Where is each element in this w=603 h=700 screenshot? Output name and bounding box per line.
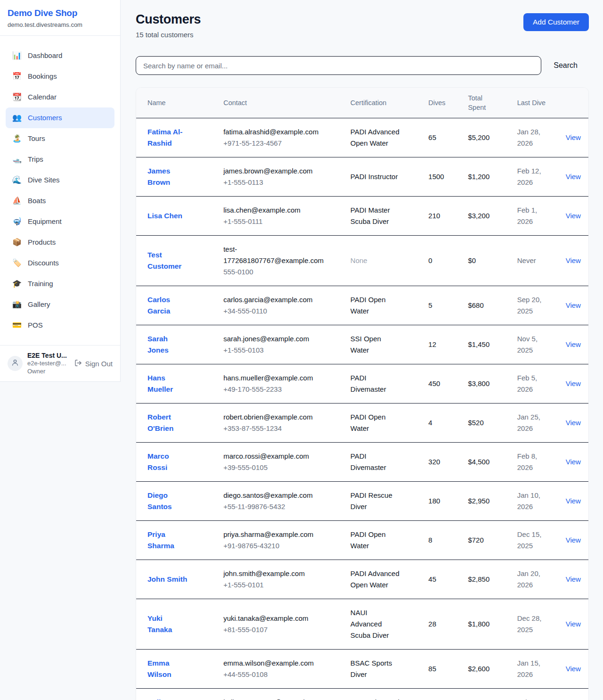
customer-name-link[interactable]: Emma Wilson <box>147 659 171 678</box>
sidebar-header: Demo Dive Shop demo.test.divestreams.com <box>0 0 120 36</box>
view-customer-link[interactable]: View <box>566 133 581 141</box>
customer-certification: PADI Advanced Open Water <box>343 560 421 599</box>
avatar <box>8 356 23 371</box>
customer-total-spent: $2,850 <box>460 560 509 599</box>
shop-domain: demo.test.divestreams.com <box>8 21 113 28</box>
add-customer-button[interactable]: Add Customer <box>523 13 589 31</box>
customer-name-link[interactable]: Keiko Yamamoto <box>147 698 184 700</box>
customer-name-link[interactable]: Hans Mueller <box>147 374 173 393</box>
customer-total-spent: $3,200 <box>460 197 509 236</box>
customer-email: sarah.jones@example.com <box>223 333 324 345</box>
customer-certification: PADI Advanced Open Water <box>343 689 421 700</box>
table-row: Priya Sharma priya.sharma@example.com +9… <box>136 521 588 560</box>
customer-email: james.brown@example.com <box>223 165 324 177</box>
sidebar-item-bookings[interactable]: 📅 Bookings <box>6 66 114 87</box>
view-customer-link[interactable]: View <box>566 173 581 181</box>
column-header-certification: Certification <box>343 88 421 118</box>
table-row: Diego Santos diego.santos@example.com +5… <box>136 482 588 521</box>
customer-dives: 1500 <box>421 157 460 197</box>
customer-name-link[interactable]: Lisa Chen <box>147 212 182 220</box>
view-customer-link[interactable]: View <box>566 301 581 309</box>
customer-name-link[interactable]: Robert O'Brien <box>147 413 173 432</box>
sidebar-item-calendar[interactable]: 📆 Calendar <box>6 87 114 107</box>
user-name: E2E Test U... <box>27 352 70 359</box>
graduation-cap-icon: 🎓 <box>12 278 22 289</box>
customer-name-link[interactable]: Carlos Garcia <box>147 296 170 315</box>
customer-name-link[interactable]: Yuki Tanaka <box>147 614 172 634</box>
customer-name-link[interactable]: Sarah Jones <box>147 335 169 354</box>
package-icon: 📦 <box>12 237 22 248</box>
customer-name-link[interactable]: Marco Rossi <box>147 452 169 471</box>
user-email: e2e-tester@... <box>27 359 70 367</box>
sidebar-item-training[interactable]: 🎓 Training <box>6 273 114 294</box>
customer-phone: 555-0100 <box>223 266 324 278</box>
customer-total-spent: $4,500 <box>460 443 509 482</box>
sidebar-item-pos[interactable]: 💳 POS <box>6 315 114 336</box>
customer-dives: 45 <box>421 560 460 599</box>
search-input[interactable] <box>136 56 541 75</box>
customer-name-link[interactable]: James Brown <box>147 167 170 186</box>
user-block: E2E Test U... e2e-tester@... Owner <box>27 352 70 375</box>
main-content: Customers 15 total customers Add Custome… <box>121 0 603 700</box>
customer-certification: PADI Rescue Diver <box>343 482 421 521</box>
sidebar-item-tours[interactable]: 🏝️ Tours <box>6 128 114 149</box>
customer-email: test-1772681807767@example.com <box>223 244 324 266</box>
view-customer-link[interactable]: View <box>566 458 581 466</box>
customers-table-card: Name Contact Certification Dives Total S… <box>136 87 589 700</box>
column-header-dives: Dives <box>421 88 460 118</box>
sidebar-item-dashboard[interactable]: 📊 Dashboard <box>6 45 114 66</box>
sidebar-item-products[interactable]: 📦 Products <box>6 232 114 253</box>
calendar-icon: 📅 <box>12 71 22 82</box>
view-customer-link[interactable]: View <box>566 620 581 628</box>
customer-phone: +39-555-0105 <box>223 462 324 473</box>
customer-certification: PADI Advanced Open Water <box>343 118 421 157</box>
customer-last-dive: Dec 15, 2025 <box>510 521 558 560</box>
customer-total-spent: $2,600 <box>460 650 509 689</box>
table-row: Sarah Jones sarah.jones@example.com +1-5… <box>136 325 588 364</box>
customer-email: emma.wilson@example.com <box>223 658 324 669</box>
view-customer-link[interactable]: View <box>566 256 581 264</box>
view-customer-link[interactable]: View <box>566 575 581 583</box>
customer-total-spent: $520 <box>460 404 509 443</box>
credit-card-icon: 💳 <box>12 320 22 331</box>
view-customer-link[interactable]: View <box>566 497 581 505</box>
search-button[interactable]: Search <box>541 61 589 70</box>
page-header-text: Customers 15 total customers <box>136 12 201 39</box>
view-customer-link[interactable]: View <box>566 379 581 387</box>
person-icon <box>11 359 19 368</box>
customer-phone: +34-555-0110 <box>223 305 324 317</box>
customer-certification: NAUI Advanced Scuba Diver <box>343 599 421 650</box>
sidebar-item-boats[interactable]: ⛵ Boats <box>6 190 114 211</box>
sidebar-item-discounts[interactable]: 🏷️ Discounts <box>6 253 114 273</box>
customer-name-link[interactable]: John Smith <box>147 575 187 583</box>
customer-phone: +1-555-0101 <box>223 579 324 591</box>
customer-phone: +91-98765-43210 <box>223 540 324 552</box>
customer-name-link[interactable]: Priya Sharma <box>147 530 174 550</box>
customer-certification: PADI Master Scuba Diver <box>343 197 421 236</box>
view-customer-link[interactable]: View <box>566 212 581 220</box>
customer-last-dive: Feb 1, 2026 <box>510 197 558 236</box>
sidebar-item-trips[interactable]: 🛥️ Trips <box>6 149 114 170</box>
wave-icon: 🌊 <box>12 174 22 186</box>
sidebar-item-customers[interactable]: 👥 Customers <box>6 107 114 128</box>
table-row: Test Customer test-1772681807767@example… <box>136 236 588 286</box>
customer-name-link[interactable]: Fatima Al-Rashid <box>147 128 182 147</box>
customer-dives: 85 <box>421 650 460 689</box>
sidebar-item-gallery[interactable]: 📸 Gallery <box>6 294 114 315</box>
sidebar-item-equipment[interactable]: 🤿 Equipment <box>6 211 114 232</box>
sign-out-button[interactable]: Sign Out <box>74 359 113 368</box>
customer-email: diego.santos@example.com <box>223 490 324 501</box>
camera-flash-icon: 📸 <box>12 299 22 310</box>
customer-email: yuki.tanaka@example.com <box>223 613 324 624</box>
view-customer-link[interactable]: View <box>566 665 581 673</box>
view-customer-link[interactable]: View <box>566 419 581 427</box>
view-customer-link[interactable]: View <box>566 536 581 544</box>
customer-name-link[interactable]: Test Customer <box>147 251 181 270</box>
customer-dives: 28 <box>421 599 460 650</box>
customer-certification: None <box>343 236 421 286</box>
view-customer-link[interactable]: View <box>566 340 581 348</box>
customer-dives: 8 <box>421 521 460 560</box>
customer-name-link[interactable]: Diego Santos <box>147 491 172 511</box>
sidebar-item-dive-sites[interactable]: 🌊 Dive Sites <box>6 170 114 190</box>
customer-phone: +55-11-99876-5432 <box>223 501 324 512</box>
